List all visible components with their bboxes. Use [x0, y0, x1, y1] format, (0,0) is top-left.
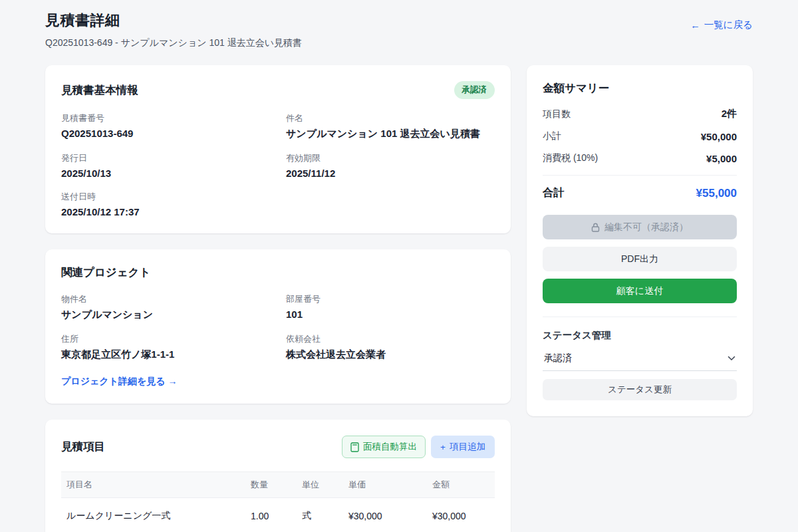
auto-area-calc-button[interactable]: 面積自動算出: [342, 436, 426, 458]
edit-locked-label: 編集不可（承認済）: [604, 221, 688, 233]
col-header-quantity: 数量: [245, 472, 297, 498]
field-quote-number: 見積書番号 Q20251013-649: [61, 112, 270, 140]
summary-title: 金額サマリー: [543, 81, 737, 96]
summary-total-row: 合計 ¥55,000: [543, 186, 737, 200]
field-issue-date: 発行日 2025/10/13: [61, 152, 270, 179]
total-amount: ¥55,000: [696, 187, 737, 200]
status-management-title: ステータス管理: [543, 329, 737, 342]
basic-info-title: 見積書基本情報: [61, 83, 138, 98]
add-item-button[interactable]: + 項目追加: [431, 436, 495, 458]
page-header: 見積書詳細 Q20251013-649 - サンプルマンション 101 退去立会…: [45, 11, 753, 49]
pdf-export-button[interactable]: PDF出力: [543, 247, 737, 271]
field-subject: 件名 サンプルマンション 101 退去立会い見積書: [286, 112, 495, 140]
items-title: 見積項目: [61, 440, 105, 454]
col-header-unit: 単位: [297, 472, 343, 498]
col-header-unit-price: 単価: [343, 472, 427, 498]
send-to-customer-button[interactable]: 顧客に送付: [543, 279, 737, 303]
edit-locked-button: 編集不可（承認済）: [543, 215, 737, 239]
status-update-button[interactable]: ステータス更新: [543, 379, 737, 400]
page-subtitle: Q20251013-649 - サンプルマンション 101 退去立会い見積書: [45, 37, 302, 49]
status-select[interactable]: 承認済: [543, 350, 737, 371]
quote-items-card: 見積項目 面積自動算出 +: [45, 420, 511, 532]
field-address: 住所 東京都足立区竹ノ塚1-1-1: [61, 333, 270, 361]
field-expiry-date: 有効期限 2025/11/12: [286, 152, 495, 179]
basic-info-card: 見積書基本情報 承認済 見積書番号 Q20251013-649 件名 サンプルマ…: [45, 65, 511, 233]
lock-icon: [591, 223, 600, 232]
quote-items-table: 項目名 数量 単位 単価 金額 ルームクリーニング一式 1.00 式 ¥30,0: [61, 471, 495, 532]
table-row: ルームクリーニング一式 1.00 式 ¥30,000 ¥30,000: [61, 498, 495, 532]
field-sent-datetime: 送付日時 2025/10/12 17:37: [61, 191, 270, 217]
auto-area-calc-label: 面積自動算出: [363, 441, 417, 453]
calculator-icon: [350, 442, 359, 452]
back-arrow-icon: ←: [690, 20, 700, 31]
add-item-label: 項目追加: [450, 441, 485, 453]
plus-icon: +: [440, 442, 446, 452]
amount-summary-card: 金額サマリー 項目数 2件 小計 ¥50,000 消費税 (10%) ¥5,00…: [527, 65, 753, 416]
sidebar-divider: [543, 317, 737, 317]
summary-row-tax: 消費税 (10%) ¥5,000: [543, 152, 737, 164]
summary-divider: [543, 175, 737, 176]
col-header-amount: 金額: [427, 472, 495, 498]
col-header-item-name: 項目名: [61, 472, 245, 498]
back-link-label: 一覧に戻る: [704, 19, 753, 31]
status-badge: 承認済: [454, 81, 495, 99]
summary-row-subtotal: 小計 ¥50,000: [543, 130, 737, 142]
quote-detail-page: 見積書詳細 Q20251013-649 - サンプルマンション 101 退去立会…: [0, 0, 798, 532]
summary-row-item-count: 項目数 2件: [543, 108, 737, 120]
field-client-company: 依頼会社 株式会社退去立会業者: [286, 333, 495, 361]
field-property-name: 物件名 サンプルマンション: [61, 293, 270, 321]
project-title: 関連プロジェクト: [61, 265, 150, 280]
table-header-row: 項目名 数量 単位 単価 金額: [61, 472, 495, 498]
page-title: 見積書詳細: [45, 11, 302, 31]
back-to-list-link[interactable]: ← 一覧に戻る: [690, 19, 753, 31]
project-detail-link[interactable]: プロジェクト詳細を見る →: [61, 376, 178, 388]
project-card: 関連プロジェクト 物件名 サンプルマンション 部屋番号 101 住所 東京都足立…: [45, 249, 511, 404]
field-room-number: 部屋番号 101: [286, 293, 495, 321]
chevron-down-icon: [728, 356, 735, 361]
status-select-value: 承認済: [544, 352, 572, 364]
